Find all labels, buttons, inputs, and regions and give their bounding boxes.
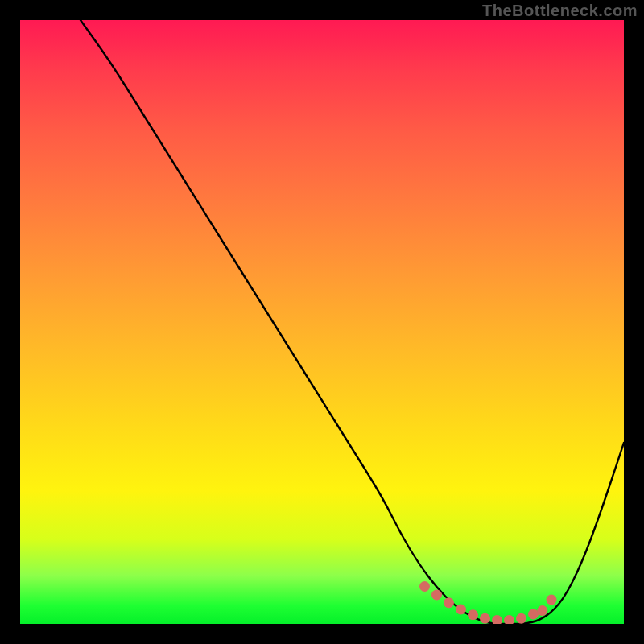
- marker-dot: [456, 605, 466, 615]
- marker-dot: [504, 615, 514, 624]
- marker-dot: [547, 595, 557, 605]
- marker-dot: [492, 615, 502, 624]
- gradient-plot-area: [20, 20, 624, 624]
- marker-dot: [480, 613, 490, 624]
- marker-dot: [528, 609, 539, 620]
- bottleneck-curve: [80, 20, 624, 624]
- marker-dot: [419, 581, 430, 592]
- watermark-text: TheBottleneck.com: [482, 2, 638, 20]
- marker-dot: [516, 613, 526, 624]
- chart-svg: [20, 20, 624, 624]
- outer-frame: TheBottleneck.com: [0, 0, 644, 644]
- marker-dot: [537, 605, 547, 616]
- marker-dot: [431, 590, 442, 601]
- optimal-range-dots: [419, 581, 557, 624]
- marker-dot: [468, 609, 478, 620]
- marker-dot: [444, 597, 454, 608]
